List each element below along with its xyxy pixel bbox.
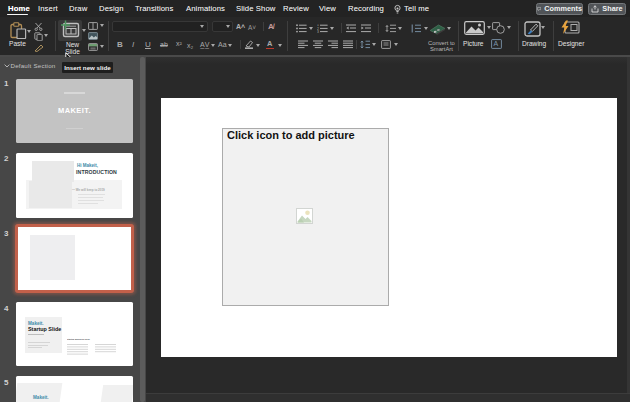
svg-text:A: A (494, 40, 499, 47)
svg-text:3: 3 (317, 30, 319, 33)
